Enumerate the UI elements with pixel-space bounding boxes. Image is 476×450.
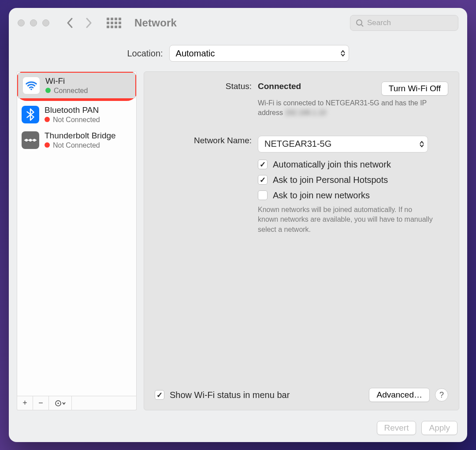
search-icon	[356, 19, 364, 27]
wifi-toggle-button[interactable]: Turn Wi-Fi Off	[381, 82, 448, 96]
wifi-icon	[22, 77, 40, 94]
zoom-window-button[interactable]	[42, 19, 49, 26]
chevron-up-down-icon	[341, 50, 345, 56]
revert-button[interactable]: Revert	[377, 421, 416, 435]
chevron-up-down-icon	[420, 141, 424, 147]
checkbox-icon	[155, 390, 164, 400]
checkbox-icon	[258, 160, 268, 169]
help-button[interactable]: ?	[435, 388, 448, 402]
forward-button-icon[interactable]	[85, 17, 93, 29]
advanced-button[interactable]: Advanced…	[369, 388, 430, 402]
status-row: Status: Connected Turn Wi-Fi Off Wi-Fi i…	[155, 82, 448, 118]
network-name-row: Network Name: NETGEAR31-5G	[155, 136, 448, 152]
service-actions-menu[interactable]	[49, 396, 72, 410]
services-list: Wi-Fi Connected Bluetooth PAN Not Connec…	[17, 71, 137, 396]
ask-new-networks-checkbox[interactable]: Ask to join new networks	[258, 190, 448, 201]
services-sidebar: Wi-Fi Connected Bluetooth PAN Not Connec…	[17, 71, 137, 410]
location-row: Location: Automatic	[9, 45, 467, 62]
window-controls	[18, 19, 49, 26]
details-panel: Status: Connected Turn Wi-Fi Off Wi-Fi i…	[144, 71, 459, 410]
status-label: Status:	[155, 82, 252, 118]
more-icon	[54, 399, 67, 407]
network-preferences-window: Network Search Location: Automatic	[9, 8, 467, 442]
status-dot-icon	[45, 88, 51, 93]
checkbox-icon	[258, 190, 268, 200]
location-label: Location:	[127, 48, 163, 59]
auto-join-checkbox[interactable]: Automatically join this network	[258, 160, 448, 170]
page-title: Network	[134, 17, 177, 29]
show-menubar-checkbox[interactable]: Show Wi-Fi status in menu bar	[155, 390, 290, 400]
remove-service-button[interactable]: −	[33, 396, 49, 410]
service-bluetooth-pan[interactable]: Bluetooth PAN Not Connected	[17, 102, 136, 127]
checkbox-icon	[258, 175, 268, 185]
bluetooth-icon	[22, 106, 39, 123]
svg-point-2	[30, 89, 32, 90]
ask-new-networks-hint: Known networks will be joined automatica…	[258, 205, 434, 234]
ip-address-redacted: 192.168.1.10	[285, 108, 326, 118]
network-name-select[interactable]: NETGEAR31-5G	[258, 136, 428, 152]
svg-line-1	[361, 25, 363, 26]
sidebar-toolbar-spacer	[72, 396, 136, 410]
checkbox-group: Automatically join this network Ask to j…	[258, 160, 448, 201]
ask-hotspot-checkbox[interactable]: Ask to join Personal Hotspots	[258, 175, 448, 185]
show-all-icon[interactable]	[107, 18, 121, 28]
network-name-label: Network Name:	[155, 136, 252, 152]
footer: Revert Apply	[9, 417, 467, 442]
network-name-value: NETGEAR31-5G	[264, 139, 331, 149]
apply-button[interactable]: Apply	[421, 421, 457, 435]
search-field[interactable]: Search	[350, 15, 458, 31]
back-button-icon[interactable]	[66, 17, 74, 29]
sidebar-toolbar: + −	[17, 396, 137, 410]
service-wifi[interactable]: Wi-Fi Connected	[18, 73, 135, 98]
close-window-button[interactable]	[18, 19, 25, 26]
content: Wi-Fi Connected Bluetooth PAN Not Connec…	[9, 71, 467, 417]
add-service-button[interactable]: +	[17, 396, 33, 410]
location-select[interactable]: Automatic	[169, 45, 349, 62]
status-description: Wi-Fi is connected to NETGEAR31-5G and h…	[258, 98, 430, 118]
svg-point-0	[357, 20, 362, 25]
tutorial-highlight: Wi-Fi Connected	[17, 71, 137, 101]
location-value: Automatic	[176, 48, 215, 59]
service-name: Wi-Fi	[45, 76, 88, 86]
svg-point-8	[57, 402, 59, 404]
minimize-window-button[interactable]	[30, 19, 37, 26]
thunderbolt-icon	[22, 131, 39, 149]
nav-buttons	[66, 17, 93, 29]
status-value: Connected	[258, 82, 301, 91]
search-placeholder: Search	[367, 19, 391, 27]
service-thunderbolt-bridge[interactable]: Thunderbolt Bridge Not Connected	[17, 127, 136, 153]
status-dot-icon	[45, 142, 50, 148]
service-name: Bluetooth PAN	[45, 105, 100, 115]
service-name: Thunderbolt Bridge	[45, 131, 116, 141]
status-dot-icon	[45, 117, 50, 122]
titlebar: Network Search	[9, 8, 467, 38]
